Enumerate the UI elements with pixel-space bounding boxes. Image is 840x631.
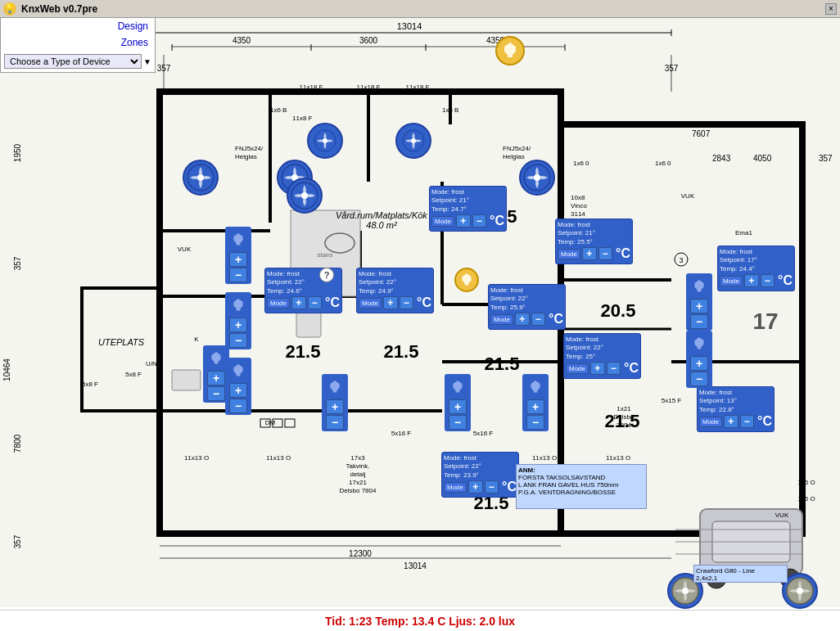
center-light-indicator[interactable] (454, 268, 479, 292)
light-8-minus-button[interactable]: − (690, 314, 708, 329)
light-6-minus-button[interactable]: − (449, 415, 467, 430)
light-4[interactable] (205, 347, 228, 370)
light-2-minus-button[interactable]: − (229, 333, 247, 348)
statusbar: Tid: 1:23 Temp: 13.4 C Ljus: 2.0 lux (0, 610, 840, 631)
thermostat-5-mode-button[interactable]: Mode (490, 314, 513, 325)
thermostat-7-plus-button[interactable]: + (744, 274, 759, 287)
thermostat-2-plus-button[interactable]: + (383, 296, 398, 309)
svg-text:3114: 3114 (571, 210, 585, 218)
light-3-minus-button[interactable]: − (229, 399, 247, 413)
close-button[interactable]: × (825, 3, 837, 15)
thermostat-2: Mode: frost Setpoint: 22° Temp: 24.9° Mo… (356, 268, 434, 313)
fan-icon-5[interactable] (183, 160, 219, 196)
svg-text:357: 357 (13, 534, 22, 548)
thermostat-7-minus-button[interactable]: − (761, 274, 775, 287)
room-label: Vård.rum/Matplats/Kök 48.0 m² (336, 210, 427, 230)
sidebar-item-design[interactable]: Design (1, 18, 155, 34)
thermostat-8-minus-button[interactable]: − (740, 415, 755, 428)
thermostat-2-minus-button[interactable]: − (400, 296, 414, 309)
light-4-plus-button[interactable]: + (207, 371, 225, 385)
svg-text:11x18 F: 11x18 F (357, 83, 381, 91)
thermostat-3-minus-button[interactable]: − (472, 214, 487, 228)
svg-text:3: 3 (679, 256, 683, 264)
fan-icon-4[interactable] (519, 160, 555, 196)
device-type-select[interactable]: Choose a Type of Device (4, 54, 142, 69)
app-title: KnxWeb v0.7pre (21, 3, 825, 15)
thermostat-6-plus-button[interactable]: + (590, 362, 605, 375)
light-7-minus-button[interactable]: − (526, 415, 544, 430)
light-1-plus-button[interactable]: + (229, 252, 247, 267)
fan-icon-6[interactable] (287, 178, 323, 214)
thermostat-1-mode-button[interactable]: Mode (267, 298, 290, 309)
thermostat-1-plus-button[interactable]: + (291, 296, 306, 309)
svg-text:5x15 F: 5x15 F (662, 397, 682, 404)
fan-icon-2[interactable] (395, 123, 431, 159)
light-group-7: + − (522, 374, 549, 431)
app-logo: 💡 (3, 2, 16, 16)
main-content: 13014 4350 3600 4350 1950 357 10464 7800… (0, 18, 840, 631)
svg-text:357: 357 (13, 256, 22, 270)
svg-text:1x6 B: 1x6 B (442, 106, 458, 114)
light-7-plus-button[interactable]: + (526, 399, 544, 414)
svg-text:FNJ5x24/: FNJ5x24/ (235, 145, 264, 152)
thermostat-9-mode-button[interactable]: Mode (444, 482, 467, 493)
thermostat-9-minus-button[interactable]: − (485, 480, 499, 494)
light-8-plus-button[interactable]: + (690, 299, 708, 313)
thermostat-3-plus-button[interactable]: + (456, 214, 471, 228)
light-5-minus-button[interactable]: − (326, 415, 344, 430)
thermostat-8-mode-label: Mode: frost (699, 389, 732, 396)
light-7[interactable] (524, 376, 547, 399)
light-3[interactable] (227, 359, 250, 382)
thermostat-4-mode-button[interactable]: Mode (558, 249, 580, 259)
svg-text:20.5: 20.5 (601, 300, 636, 321)
svg-text:21.5: 21.5 (485, 354, 520, 374)
thermostat-6-minus-button[interactable]: − (607, 362, 621, 375)
thermostat-1-minus-button[interactable]: − (308, 296, 323, 309)
light-5[interactable] (323, 376, 346, 399)
svg-text:21.5: 21.5 (286, 341, 321, 362)
thermostat-2-mode-button[interactable]: Mode (359, 298, 382, 309)
svg-point-135 (797, 588, 803, 594)
thermostat-4-plus-button[interactable]: + (582, 247, 597, 260)
thermostat-5-plus-button[interactable]: + (515, 313, 530, 326)
svg-point-131 (301, 192, 308, 199)
light-6[interactable] (446, 376, 469, 399)
thermostat-3-mode-button[interactable]: Mode (431, 216, 454, 227)
thermostat-6-mode-button[interactable]: Mode (566, 363, 589, 374)
svg-text:10x8: 10x8 (571, 194, 585, 201)
light-9-minus-button[interactable]: − (690, 372, 708, 386)
thermostat-8-plus-button[interactable]: + (724, 415, 738, 428)
light-9[interactable] (688, 332, 711, 355)
thermostat-7-mode-button[interactable]: Mode (720, 276, 743, 286)
light-3-plus-button[interactable]: + (229, 383, 247, 398)
light-9-plus-button[interactable]: + (690, 356, 708, 371)
svg-text:Helglas: Helglas (235, 153, 257, 160)
light-2[interactable] (227, 294, 250, 317)
sidebar-item-zones[interactable]: Zones (1, 34, 155, 51)
thermostat-5-minus-button[interactable]: − (531, 313, 546, 326)
light-1-minus-button[interactable]: − (229, 268, 247, 282)
light-5-plus-button[interactable]: + (326, 399, 344, 414)
svg-text:VUK: VUK (775, 512, 789, 519)
light-8[interactable] (688, 275, 711, 298)
dropdown-arrow-icon: ▼ (143, 57, 151, 66)
fan-icon-1[interactable] (307, 123, 343, 159)
light-1[interactable] (227, 228, 250, 251)
light-4-minus-button[interactable]: − (207, 386, 225, 401)
thermostat-8-mode-button[interactable]: Mode (699, 417, 722, 427)
thermostat-4: Mode: frost Setpoint: 21° Temp: 25.5° Mo… (555, 219, 633, 264)
thermostat-4-minus-button[interactable]: − (598, 247, 613, 260)
thermostat-6-mode-label: Mode: frost (566, 336, 598, 343)
thermostat-9: Mode: frost Setpoint: 22° Temp: 23.9° Mo… (441, 452, 519, 498)
bulb-off-icon-9 (693, 337, 706, 350)
light-group-4: + − (203, 345, 229, 403)
thermostat-2-setpoint-label: Setpoint: 22° (359, 278, 396, 286)
svg-text:2843: 2843 (712, 154, 731, 163)
svg-text:UTEPLATS: UTEPLATS (98, 337, 145, 347)
thermostat-7-mode-label: Mode: frost (720, 248, 752, 255)
svg-text:3600: 3600 (359, 36, 378, 45)
thermostat-9-plus-button[interactable]: + (468, 480, 483, 494)
center-bulb-icon (460, 273, 473, 286)
light-6-plus-button[interactable]: + (449, 399, 467, 414)
light-2-plus-button[interactable]: + (229, 318, 247, 332)
